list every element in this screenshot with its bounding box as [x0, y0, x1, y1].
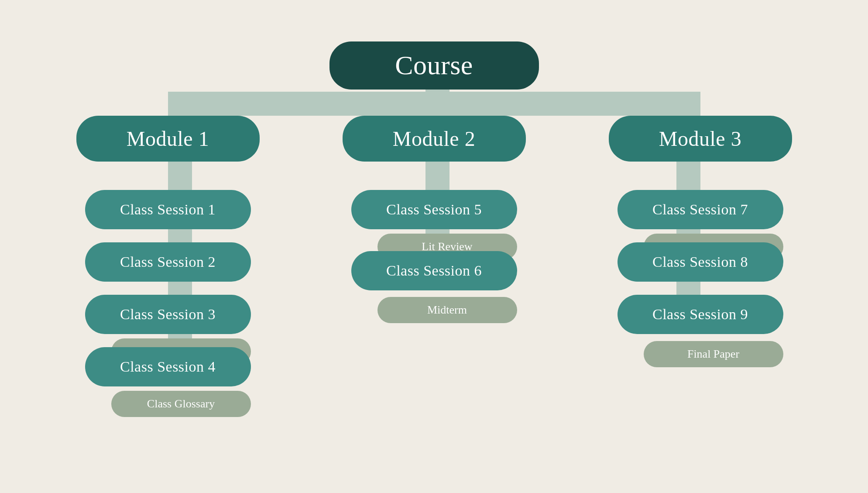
session-8-label: Class Session 8 [652, 254, 748, 270]
session-6-sub-label: Midterm [427, 303, 467, 317]
module-3-node[interactable]: Module 3 [609, 116, 792, 162]
session-9-sub-badge[interactable]: Final Paper [644, 341, 783, 367]
session-8-node[interactable]: Class Session 8 [618, 242, 783, 282]
svg-rect-1 [425, 87, 449, 120]
session-4-node[interactable]: Class Session 4 [85, 347, 251, 386]
session-6-label: Class Session 6 [386, 262, 482, 279]
module-1-node[interactable]: Module 1 [76, 116, 260, 162]
svg-rect-0 [168, 92, 700, 116]
session-4-label: Class Session 4 [120, 359, 216, 375]
session-2-node[interactable]: Class Session 2 [85, 242, 251, 282]
module-2-label: Module 2 [393, 127, 475, 151]
session-5-node[interactable]: Class Session 5 [351, 190, 517, 229]
session-7-label: Class Session 7 [652, 201, 748, 218]
session-7-node[interactable]: Class Session 7 [618, 190, 783, 229]
session-3-node[interactable]: Class Session 3 [85, 295, 251, 334]
session-6-node[interactable]: Class Session 6 [351, 251, 517, 290]
diagram: Course Module 1 Module 2 Module 3 Class … [41, 28, 827, 465]
session-4-sub-badge[interactable]: Class Glossary [111, 391, 251, 417]
session-5-label: Class Session 5 [386, 201, 482, 218]
session-9-node[interactable]: Class Session 9 [618, 295, 783, 334]
course-node[interactable]: Course [329, 41, 539, 90]
course-label: Course [395, 50, 473, 81]
session-1-label: Class Session 1 [120, 201, 216, 218]
module-2-node[interactable]: Module 2 [343, 116, 526, 162]
session-3-label: Class Session 3 [120, 306, 216, 323]
session-6-sub-badge[interactable]: Midterm [377, 297, 517, 323]
session-2-label: Class Session 2 [120, 254, 216, 270]
session-4-sub-label: Class Glossary [147, 397, 215, 410]
module-3-label: Module 3 [659, 127, 741, 151]
session-9-label: Class Session 9 [652, 306, 748, 323]
module-1-label: Module 1 [127, 127, 209, 151]
session-9-sub-label: Final Paper [687, 348, 739, 361]
session-1-node[interactable]: Class Session 1 [85, 190, 251, 229]
